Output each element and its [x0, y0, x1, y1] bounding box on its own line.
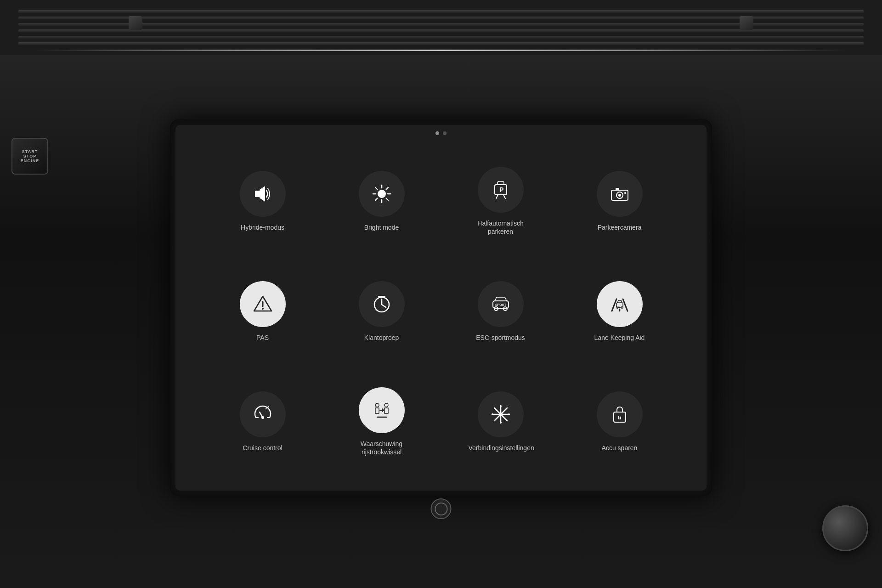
- halfautomatisch-parkeren-label: Halfautomatisch parkeren: [469, 219, 533, 236]
- bright-mode-label: Bright mode: [364, 223, 399, 232]
- start-stop-area[interactable]: START STOP ENGINE: [0, 138, 60, 175]
- vent-knob-left: [129, 16, 142, 30]
- esc-sportmodus-icon: SPORT: [489, 293, 512, 316]
- pas-item[interactable]: PAS: [203, 256, 322, 367]
- lane-keeping-aid-icon-circle: [597, 281, 643, 327]
- home-button-inner: [435, 503, 447, 515]
- accu-sparen-icon-circle: [597, 391, 643, 437]
- svg-point-14: [618, 194, 621, 197]
- halfautomatisch-parkeren-icon-circle: P: [478, 167, 524, 213]
- start-label: START: [22, 149, 38, 154]
- waarschuwing-rijstrookwissel-label: Waarschuwing rijstrookwissel: [350, 440, 414, 456]
- vent-slat: [18, 29, 864, 32]
- svg-point-46: [499, 413, 503, 416]
- svg-line-8: [386, 187, 388, 190]
- verbindingsinstellingen-icon-circle: [478, 391, 524, 437]
- silver-accent-line: [37, 50, 845, 51]
- accu-sparen-item[interactable]: Accu sparen: [560, 367, 679, 477]
- accu-sparen-icon: [608, 403, 631, 426]
- waarschuwing-rijstrookwissel-icon: [370, 399, 393, 422]
- esc-sportmodus-icon-circle: SPORT: [478, 281, 524, 327]
- vent-knob-right: [740, 16, 753, 30]
- bright-mode-icon: [370, 182, 393, 205]
- vent-slat: [18, 10, 864, 13]
- esc-sportmodus-item[interactable]: SPORT ESC-sportmodus: [441, 256, 560, 367]
- pas-icon-circle: [240, 281, 286, 327]
- svg-line-21: [382, 305, 386, 307]
- page-dot-2[interactable]: [443, 131, 447, 135]
- svg-point-43: [500, 422, 502, 424]
- svg-point-32: [261, 416, 264, 419]
- klantoproep-label: Klantoproep: [364, 334, 399, 342]
- parkeercamera-icon-circle: [597, 171, 643, 217]
- vent-slat: [18, 36, 864, 39]
- accu-sparen-label: Accu sparen: [602, 444, 638, 452]
- quick-settings-grid: Hybride-modus: [175, 137, 707, 491]
- svg-point-49: [619, 416, 621, 418]
- start-stop-button[interactable]: START STOP ENGINE: [11, 138, 48, 175]
- waarschuwing-rijstrookwissel-icon-circle: [359, 387, 405, 433]
- svg-point-16: [624, 192, 626, 194]
- vent-slat: [18, 42, 864, 45]
- svg-point-36: [384, 403, 388, 407]
- page-indicators: [175, 125, 707, 137]
- lane-keeping-aid-label: Lane Keeping Aid: [594, 334, 645, 342]
- pas-label: PAS: [256, 334, 269, 342]
- svg-line-7: [386, 198, 388, 200]
- svg-text:P: P: [499, 186, 503, 193]
- svg-rect-0: [255, 191, 260, 197]
- esc-sportmodus-label: ESC-sportmodus: [476, 334, 525, 342]
- bright-mode-icon-circle: [359, 171, 405, 217]
- svg-rect-28: [616, 303, 623, 307]
- infotainment-screen: Hybride-modus: [175, 125, 707, 491]
- hybride-modus-icon-circle: [240, 171, 286, 217]
- svg-point-45: [508, 413, 510, 415]
- lane-keeping-aid-item[interactable]: Lane Keeping Aid: [560, 256, 679, 367]
- hybride-modus-item[interactable]: Hybride-modus: [203, 146, 322, 256]
- halfautomatisch-parkeren-item[interactable]: P Halfautomatisch parkeren: [441, 146, 560, 256]
- vent-slat: [18, 17, 864, 19]
- klantoproep-item[interactable]: Klantoproep: [322, 256, 441, 367]
- cruise-control-icon-circle: [240, 391, 286, 437]
- hybride-modus-label: Hybride-modus: [241, 223, 284, 232]
- svg-point-18: [262, 308, 264, 310]
- svg-line-6: [375, 187, 378, 190]
- cruise-control-label: Cruise control: [243, 444, 282, 452]
- verbindingsinstellingen-icon: [489, 403, 512, 426]
- cruise-control-item[interactable]: Cruise control: [203, 367, 322, 477]
- home-button[interactable]: [431, 498, 452, 519]
- car-dashboard: START STOP ENGINE: [0, 0, 882, 588]
- klantoproep-icon-circle: [359, 281, 405, 327]
- pas-icon: [251, 293, 274, 316]
- halfautomatisch-parkeren-icon: P: [489, 178, 512, 201]
- page-dot-1[interactable]: [435, 131, 439, 135]
- parkeercamera-icon: [608, 182, 631, 205]
- svg-point-42: [500, 405, 502, 407]
- engine-label: ENGINE: [21, 158, 40, 163]
- cruise-control-icon: [251, 403, 274, 426]
- screen-bezel: Hybride-modus: [170, 119, 712, 496]
- parkeercamera-label: Parkeercamera: [598, 223, 642, 232]
- svg-line-9: [375, 198, 378, 200]
- stop-label: STOP: [23, 154, 36, 158]
- lane-keeping-aid-icon: [608, 293, 631, 316]
- svg-point-1: [378, 190, 386, 198]
- svg-text:SPORT: SPORT: [495, 303, 506, 306]
- svg-rect-15: [616, 188, 619, 190]
- top-vent: [0, 0, 882, 55]
- svg-point-44: [492, 413, 493, 415]
- right-knob[interactable]: [822, 505, 868, 551]
- waarschuwing-rijstrookwissel-item[interactable]: Waarschuwing rijstrookwissel: [322, 367, 441, 477]
- klantoproep-icon: [370, 293, 393, 316]
- verbindingsinstellingen-item[interactable]: Verbindingsinstellingen: [441, 367, 560, 477]
- bright-mode-item[interactable]: Bright mode: [322, 146, 441, 256]
- svg-point-35: [375, 403, 379, 407]
- verbindingsinstellingen-label: Verbindingsinstellingen: [469, 444, 533, 452]
- vent-slat: [18, 23, 864, 26]
- parkeercamera-item[interactable]: Parkeercamera: [560, 146, 679, 256]
- hybride-modus-icon: [251, 182, 274, 205]
